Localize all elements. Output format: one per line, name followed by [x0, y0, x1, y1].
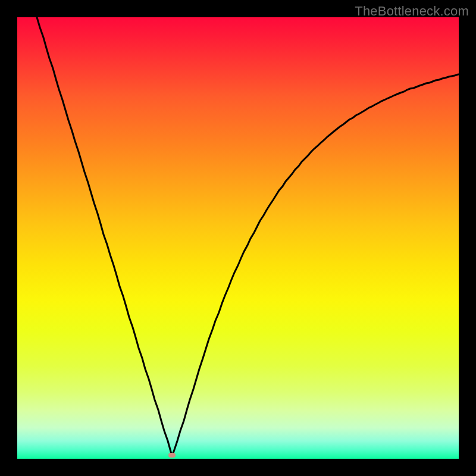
chart-frame: TheBottleneck.com	[0, 0, 476, 476]
bottleneck-curve-path	[37, 17, 459, 455]
minimum-marker	[168, 453, 176, 458]
curve-svg	[17, 17, 459, 459]
plot-area	[17, 17, 459, 459]
watermark-text: TheBottleneck.com	[355, 4, 469, 19]
